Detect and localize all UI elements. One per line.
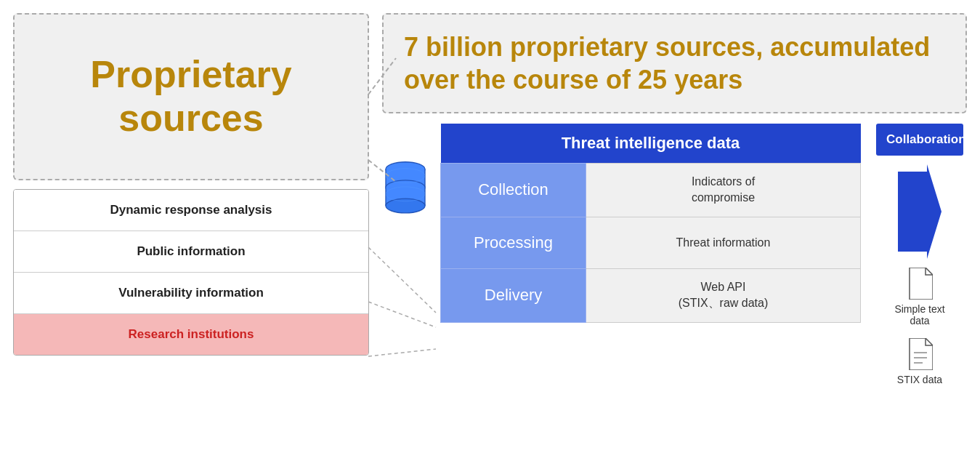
table-row-delivery: Delivery Web API(STIX、raw data) [441, 268, 861, 322]
source-item-research: Research institutions [14, 314, 368, 355]
threat-table-wrapper: Threat intelligence data Collection Indi… [440, 124, 861, 323]
arrow-right-icon [898, 164, 941, 259]
svg-marker-11 [898, 164, 941, 259]
stix-data-label: STIX data [897, 374, 942, 385]
proprietary-sources-box: Proprietary sources [13, 13, 369, 180]
arrow-right-shape [898, 164, 941, 259]
source-item-vulnerability: Vulnerability information [14, 273, 368, 314]
bottom-right: Threat intelligence data Collection Indi… [382, 124, 967, 440]
simple-text-doc-icon [907, 268, 933, 300]
threat-table: Threat intelligence data Collection Indi… [440, 124, 861, 323]
processing-label: Processing [441, 217, 586, 268]
table-row-collection: Collection Indicators ofcompromise [441, 164, 861, 217]
database-icon [382, 160, 429, 225]
left-column: Proprietary sources Dynamic response ana… [13, 13, 369, 440]
callout-text: 7 billion proprietary sources, accumulat… [404, 31, 945, 96]
collection-label: Collection [441, 164, 586, 217]
data-items: Simple textdata STIX data [894, 268, 944, 385]
web-api-label: Web API(STIX、raw data) [586, 268, 861, 322]
collaboration-box: Collaboration [876, 124, 963, 156]
proprietary-title: Proprietary sources [29, 53, 353, 140]
simple-text-label: Simple textdata [894, 303, 944, 326]
callout-box: 7 billion proprietary sources, accumulat… [382, 13, 967, 113]
delivery-label: Delivery [441, 268, 586, 322]
source-item-public: Public information [14, 231, 368, 273]
indicators-label: Indicators ofcompromise [586, 164, 861, 217]
stix-doc-icon [907, 338, 933, 370]
collaboration-section: Collaboration [872, 124, 967, 385]
source-item-dynamic: Dynamic response analysis [14, 190, 368, 231]
database-icon-area [382, 160, 429, 225]
threat-table-header: Threat intelligence data [441, 124, 861, 164]
stix-data-item: STIX data [897, 338, 942, 385]
simple-text-data-item: Simple textdata [894, 268, 944, 326]
source-items-list: Dynamic response analysis Public informa… [13, 189, 369, 356]
svg-point-8 [386, 199, 425, 213]
threat-info-label: Threat information [586, 217, 861, 268]
table-row-processing: Processing Threat information [441, 217, 861, 268]
right-column: 7 billion proprietary sources, accumulat… [382, 13, 967, 440]
